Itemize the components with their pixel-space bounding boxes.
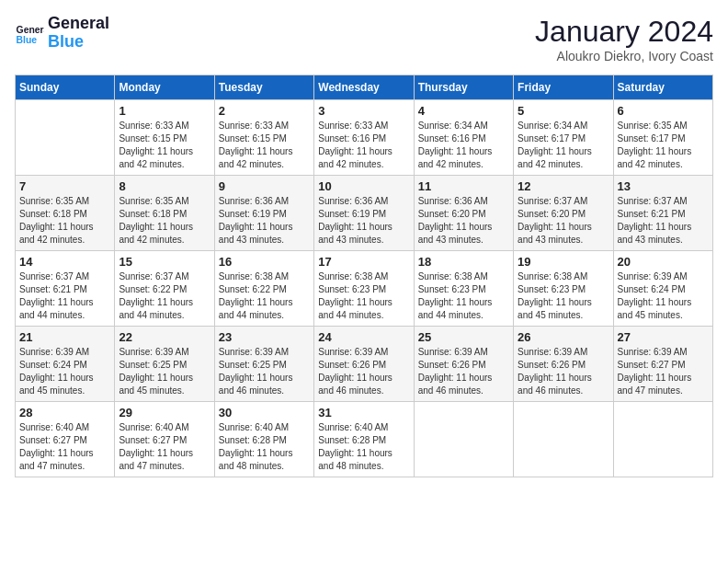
- day-info: Sunrise: 6:33 AMSunset: 6:15 PMDaylight:…: [219, 120, 310, 171]
- day-info: Sunrise: 6:36 AMSunset: 6:19 PMDaylight:…: [219, 195, 310, 247]
- weekday-header-thursday: Thursday: [414, 75, 513, 100]
- day-info: Sunrise: 6:39 AMSunset: 6:24 PMDaylight:…: [19, 346, 110, 397]
- day-number: 16: [219, 255, 310, 269]
- day-number: 19: [518, 255, 609, 269]
- day-number: 11: [418, 179, 509, 193]
- calendar-cell: 30Sunrise: 6:40 AMSunset: 6:28 PMDayligh…: [214, 402, 313, 477]
- calendar-week-row: 21Sunrise: 6:39 AMSunset: 6:24 PMDayligh…: [16, 327, 713, 402]
- calendar-cell: 27Sunrise: 6:39 AMSunset: 6:27 PMDayligh…: [613, 327, 712, 402]
- day-info: Sunrise: 6:37 AMSunset: 6:21 PMDaylight:…: [19, 270, 110, 322]
- calendar-cell: 13Sunrise: 6:37 AMSunset: 6:21 PMDayligh…: [613, 176, 712, 251]
- calendar-cell: 18Sunrise: 6:38 AMSunset: 6:23 PMDayligh…: [414, 251, 513, 327]
- calendar-title: January 2024: [535, 15, 713, 49]
- day-number: 22: [119, 330, 210, 344]
- day-number: 1: [119, 104, 210, 118]
- calendar-cell: 17Sunrise: 6:38 AMSunset: 6:23 PMDayligh…: [314, 251, 414, 327]
- day-number: 2: [219, 104, 310, 118]
- day-number: 13: [618, 179, 709, 193]
- day-info: Sunrise: 6:35 AMSunset: 6:18 PMDaylight:…: [19, 195, 110, 247]
- weekday-header-wednesday: Wednesday: [314, 75, 414, 100]
- day-number: 12: [518, 179, 609, 193]
- calendar-cell: 2Sunrise: 6:33 AMSunset: 6:15 PMDaylight…: [214, 100, 313, 176]
- day-number: 8: [119, 179, 210, 193]
- day-info: Sunrise: 6:33 AMSunset: 6:15 PMDaylight:…: [119, 120, 210, 171]
- day-info: Sunrise: 6:36 AMSunset: 6:20 PMDaylight:…: [418, 195, 509, 247]
- day-number: 14: [19, 255, 110, 269]
- weekday-header-row: SundayMondayTuesdayWednesdayThursdayFrid…: [16, 75, 713, 100]
- calendar-cell: 14Sunrise: 6:37 AMSunset: 6:21 PMDayligh…: [16, 251, 115, 327]
- calendar-cell: 12Sunrise: 6:37 AMSunset: 6:20 PMDayligh…: [514, 176, 613, 251]
- title-block: January 2024 Aloukro Diekro, Ivory Coast: [535, 15, 713, 63]
- day-info: Sunrise: 6:39 AMSunset: 6:27 PMDaylight:…: [618, 346, 709, 397]
- day-info: Sunrise: 6:35 AMSunset: 6:17 PMDaylight:…: [618, 120, 709, 171]
- calendar-cell: 3Sunrise: 6:33 AMSunset: 6:16 PMDaylight…: [314, 100, 414, 176]
- weekday-header-friday: Friday: [514, 75, 613, 100]
- day-info: Sunrise: 6:34 AMSunset: 6:16 PMDaylight:…: [418, 120, 509, 171]
- day-number: 7: [19, 179, 110, 193]
- calendar-cell: 10Sunrise: 6:36 AMSunset: 6:19 PMDayligh…: [314, 176, 414, 251]
- calendar-cell: [613, 402, 712, 477]
- calendar-cell: [414, 402, 513, 477]
- calendar-cell: 6Sunrise: 6:35 AMSunset: 6:17 PMDaylight…: [613, 100, 712, 176]
- calendar-subtitle: Aloukro Diekro, Ivory Coast: [535, 49, 713, 63]
- calendar-cell: 5Sunrise: 6:34 AMSunset: 6:17 PMDaylight…: [514, 100, 613, 176]
- day-info: Sunrise: 6:39 AMSunset: 6:26 PMDaylight:…: [418, 346, 509, 397]
- calendar-cell: 31Sunrise: 6:40 AMSunset: 6:28 PMDayligh…: [314, 402, 414, 477]
- calendar-cell: 29Sunrise: 6:40 AMSunset: 6:27 PMDayligh…: [115, 402, 214, 477]
- weekday-header-tuesday: Tuesday: [214, 75, 313, 100]
- svg-text:Blue: Blue: [17, 35, 38, 45]
- weekday-header-monday: Monday: [115, 75, 214, 100]
- logo-icon: General Blue: [15, 18, 44, 48]
- svg-text:General: General: [17, 25, 44, 35]
- day-info: Sunrise: 6:39 AMSunset: 6:25 PMDaylight:…: [119, 346, 210, 397]
- day-info: Sunrise: 6:37 AMSunset: 6:20 PMDaylight:…: [518, 195, 609, 247]
- day-number: 27: [618, 330, 709, 344]
- day-info: Sunrise: 6:36 AMSunset: 6:19 PMDaylight:…: [318, 195, 409, 247]
- calendar-cell: 25Sunrise: 6:39 AMSunset: 6:26 PMDayligh…: [414, 327, 513, 402]
- day-info: Sunrise: 6:39 AMSunset: 6:25 PMDaylight:…: [219, 346, 310, 397]
- day-info: Sunrise: 6:37 AMSunset: 6:22 PMDaylight:…: [119, 270, 210, 322]
- day-info: Sunrise: 6:35 AMSunset: 6:18 PMDaylight:…: [119, 195, 210, 247]
- day-number: 15: [119, 255, 210, 269]
- day-info: Sunrise: 6:38 AMSunset: 6:23 PMDaylight:…: [418, 270, 509, 322]
- calendar-cell: 23Sunrise: 6:39 AMSunset: 6:25 PMDayligh…: [214, 327, 313, 402]
- day-number: 30: [219, 406, 310, 419]
- day-info: Sunrise: 6:39 AMSunset: 6:26 PMDaylight:…: [318, 346, 409, 397]
- calendar-cell: 7Sunrise: 6:35 AMSunset: 6:18 PMDaylight…: [16, 176, 115, 251]
- calendar-cell: [514, 402, 613, 477]
- day-info: Sunrise: 6:39 AMSunset: 6:24 PMDaylight:…: [618, 270, 709, 322]
- day-info: Sunrise: 6:40 AMSunset: 6:27 PMDaylight:…: [119, 421, 210, 473]
- day-number: 28: [19, 406, 110, 419]
- calendar-cell: 21Sunrise: 6:39 AMSunset: 6:24 PMDayligh…: [16, 327, 115, 402]
- day-number: 6: [618, 104, 709, 118]
- day-info: Sunrise: 6:40 AMSunset: 6:27 PMDaylight:…: [19, 421, 110, 473]
- day-info: Sunrise: 6:40 AMSunset: 6:28 PMDaylight:…: [219, 421, 310, 473]
- day-info: Sunrise: 6:40 AMSunset: 6:28 PMDaylight:…: [318, 421, 409, 473]
- calendar-cell: 22Sunrise: 6:39 AMSunset: 6:25 PMDayligh…: [115, 327, 214, 402]
- calendar-cell: 20Sunrise: 6:39 AMSunset: 6:24 PMDayligh…: [613, 251, 712, 327]
- calendar-week-row: 28Sunrise: 6:40 AMSunset: 6:27 PMDayligh…: [16, 402, 713, 477]
- day-number: 3: [318, 104, 409, 118]
- calendar-cell: 19Sunrise: 6:38 AMSunset: 6:23 PMDayligh…: [514, 251, 613, 327]
- day-number: 4: [418, 104, 509, 118]
- day-number: 29: [119, 406, 210, 419]
- day-info: Sunrise: 6:37 AMSunset: 6:21 PMDaylight:…: [618, 195, 709, 247]
- calendar-cell: 4Sunrise: 6:34 AMSunset: 6:16 PMDaylight…: [414, 100, 513, 176]
- day-info: Sunrise: 6:33 AMSunset: 6:16 PMDaylight:…: [318, 120, 409, 171]
- day-number: 31: [318, 406, 409, 419]
- calendar-cell: 11Sunrise: 6:36 AMSunset: 6:20 PMDayligh…: [414, 176, 513, 251]
- calendar-week-row: 14Sunrise: 6:37 AMSunset: 6:21 PMDayligh…: [16, 251, 713, 327]
- day-info: Sunrise: 6:39 AMSunset: 6:26 PMDaylight:…: [518, 346, 609, 397]
- calendar-cell: 15Sunrise: 6:37 AMSunset: 6:22 PMDayligh…: [115, 251, 214, 327]
- calendar-cell: 16Sunrise: 6:38 AMSunset: 6:22 PMDayligh…: [214, 251, 313, 327]
- day-info: Sunrise: 6:38 AMSunset: 6:23 PMDaylight:…: [518, 270, 609, 322]
- calendar-cell: [16, 100, 115, 176]
- day-number: 5: [518, 104, 609, 118]
- calendar-table: SundayMondayTuesdayWednesdayThursdayFrid…: [15, 75, 713, 477]
- page-header: General Blue General Blue January 2024 A…: [15, 15, 713, 63]
- calendar-cell: 8Sunrise: 6:35 AMSunset: 6:18 PMDaylight…: [115, 176, 214, 251]
- day-number: 20: [618, 255, 709, 269]
- day-number: 21: [19, 330, 110, 344]
- day-number: 24: [318, 330, 409, 344]
- day-info: Sunrise: 6:38 AMSunset: 6:23 PMDaylight:…: [318, 270, 409, 322]
